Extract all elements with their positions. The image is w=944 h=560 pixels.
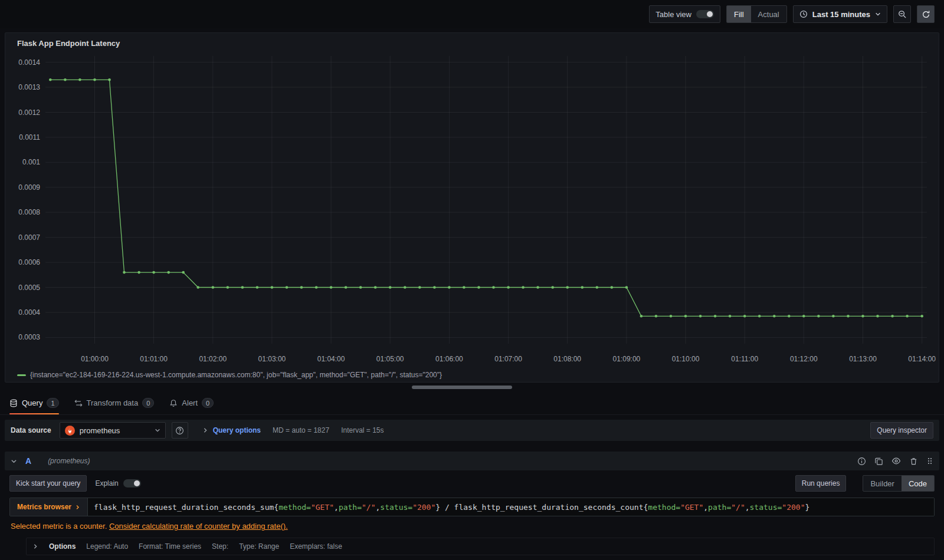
table-view-group: Table view [649,5,720,23]
chevron-right-icon [75,505,80,510]
toggle-visibility-icon[interactable] [891,456,901,466]
legend-series-swatch [17,374,26,376]
datasource-label: Data source [11,426,51,434]
refresh-button[interactable] [917,5,935,23]
query-actions-row: Kick start your query Explain Run querie… [9,475,935,492]
explain-group: Explain [95,479,140,487]
tab-alert-label: Alert [182,398,198,407]
svg-text:0.0011: 0.0011 [19,133,40,141]
panel-editor-pane: Query 1 Transform data 0 Alert 0 Data so… [0,391,944,560]
svg-text:01:05:00: 01:05:00 [376,355,404,363]
options-format-summary: Format: Time series [139,542,201,551]
svg-text:0.0007: 0.0007 [18,233,40,242]
table-view-label: Table view [655,10,691,19]
fill-button[interactable]: Fill [727,6,751,22]
latency-chart[interactable]: 0.00030.00040.00050.00060.00070.00080.00… [12,51,933,370]
counter-warning: Selected metric is a counter. Consider c… [9,522,935,531]
svg-text:0.001: 0.001 [22,158,40,166]
options-step-summary: Step: [212,542,228,551]
tab-query-label: Query [22,398,42,407]
query-options-expander[interactable]: Query options [202,426,261,434]
query-row-body: Kick start your query Explain Run querie… [5,470,939,555]
svg-text:0.0004: 0.0004 [18,308,40,317]
horizontal-scrollbar[interactable] [412,386,512,389]
chevron-right-icon [202,427,208,433]
question-circle-icon [175,426,184,435]
add-rate-link[interactable]: Consider calculating rate of counter by … [109,522,288,531]
query-expression[interactable]: flask_http_request_duration_seconds_sum{… [88,498,934,516]
chevron-down-icon [875,11,881,17]
builder-code-segmented: Builder Code [863,475,935,492]
table-view-toggle[interactable] [696,10,714,18]
time-range-label: Last 15 minutes [812,10,870,19]
explain-toggle[interactable] [123,479,141,487]
svg-text:01:12:00: 01:12:00 [790,355,818,363]
svg-text:01:10:00: 01:10:00 [672,355,700,363]
max-data-points-text: MD = auto = 1827 [273,426,329,434]
svg-text:0.0006: 0.0006 [18,258,40,266]
query-row-header[interactable]: A (prometheus) [5,452,939,470]
options-exemplars-summary: Exemplars: false [290,542,342,551]
metrics-browser-button[interactable]: Metrics browser [10,498,88,516]
tab-transform-badge: 0 [142,398,154,408]
actual-button[interactable]: Actual [751,6,786,22]
query-ref-id: A [25,456,31,466]
time-range-picker[interactable]: Last 15 minutes [793,5,887,23]
tab-query-badge: 1 [47,398,58,408]
svg-text:01:01:00: 01:01:00 [140,355,168,363]
drag-handle-icon[interactable] [926,457,933,465]
panel-title: Flask App Endpoint Latency [12,38,932,51]
builder-button[interactable]: Builder [863,476,901,491]
datasource-selected-value: prometheus [80,426,150,435]
options-label: Options [49,542,76,551]
run-queries-button[interactable]: Run queries [795,475,847,492]
svg-text:01:08:00: 01:08:00 [553,355,581,363]
refresh-icon [922,10,930,19]
tab-transform-label: Transform data [87,398,139,407]
code-button[interactable]: Code [902,476,934,491]
explain-label: Explain [95,479,118,487]
svg-text:01:03:00: 01:03:00 [258,355,286,363]
metrics-browser-label: Metrics browser [17,503,71,511]
collapse-chevron-icon[interactable] [11,458,17,465]
active-tab-underline [9,413,59,414]
svg-text:01:11:00: 01:11:00 [731,355,758,363]
transform-icon [74,399,83,407]
svg-text:01:00:00: 01:00:00 [81,355,109,363]
svg-text:0.0013: 0.0013 [18,83,40,91]
svg-text:0.0008: 0.0008 [18,208,40,216]
svg-text:0.0005: 0.0005 [18,284,40,292]
query-options-collapsed[interactable]: Options Legend: Auto Format: Time series… [26,538,935,555]
datasource-select[interactable]: prometheus [60,422,166,439]
info-circle-icon[interactable] [857,457,866,466]
panel-edit-toolbar: Table view Fill Actual Last 15 minutes [0,0,944,28]
tab-transform-data[interactable]: Transform data 0 [74,391,155,414]
zoom-out-button[interactable] [893,5,911,23]
duplicate-query-icon[interactable] [874,457,883,466]
kick-start-query-button[interactable]: Kick start your query [9,475,87,492]
tab-alert-badge: 0 [202,398,214,408]
svg-text:01:06:00: 01:06:00 [435,355,463,363]
interval-text: Interval = 15s [341,426,384,434]
svg-text:01:07:00: 01:07:00 [494,355,522,363]
query-options-label: Query options [213,426,261,434]
tab-alert[interactable]: Alert 0 [169,391,214,414]
svg-text:01:09:00: 01:09:00 [613,355,641,363]
datasource-help-button[interactable] [172,422,188,439]
toggle-knob [707,11,713,17]
legend-series-label: {instance="ec2-184-169-216-224.us-west-1… [30,371,442,379]
options-type-summary: Type: Range [239,542,279,551]
chart-legend[interactable]: {instance="ec2-184-169-216-224.us-west-1… [12,370,932,380]
tab-query[interactable]: Query 1 [9,391,59,414]
query-row-actions [857,456,933,466]
query-editor-row: A (prometheus) Kick start your query Exp… [5,452,939,555]
delete-query-icon[interactable] [909,457,918,466]
query-inspector-button[interactable]: Query inspector [870,422,933,439]
svg-text:01:14:00: 01:14:00 [908,355,936,363]
timeseries-panel: Flask App Endpoint Latency 0.00030.00040… [5,32,939,383]
editor-tabs: Query 1 Transform data 0 Alert 0 [0,391,944,415]
datasource-bar: Data source prometheus Query options MD … [5,420,939,441]
counter-warning-text: Selected metric is a counter. [11,522,107,531]
svg-text:01:02:00: 01:02:00 [199,355,227,363]
chevron-right-icon [32,543,38,549]
